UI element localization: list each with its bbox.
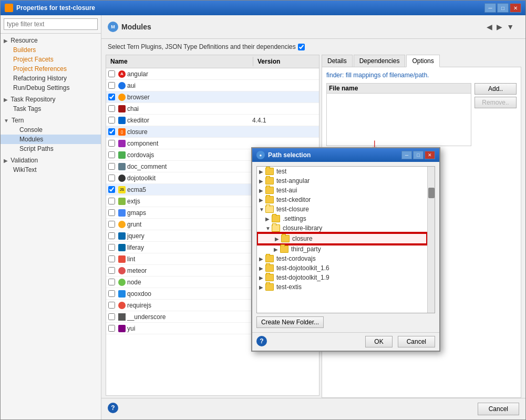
sidebar-item-resource[interactable]: ▶ Resource — [1, 36, 101, 45]
sidebar-item-modules[interactable]: Modules — [1, 135, 101, 144]
subtitle-checkbox[interactable] — [298, 44, 305, 50]
row-checkbox-gmaps[interactable] — [108, 209, 115, 216]
yui-icon — [118, 325, 126, 332]
row-name-component: component — [127, 140, 248, 147]
chai-icon — [118, 105, 126, 112]
add-button[interactable]: Add.. — [475, 83, 517, 95]
dialog-help-icon[interactable]: ? — [256, 336, 267, 346]
ckeditor-icon — [118, 117, 126, 124]
dialog-cancel-button[interactable]: Cancel — [398, 336, 435, 347]
dialog-maximize-btn[interactable]: □ — [413, 151, 424, 159]
sidebar-item-project-facets[interactable]: Project Facets — [1, 55, 101, 64]
tree-item-test-aui[interactable]: ▶ test-aui — [257, 186, 427, 195]
nav-forward-arrow[interactable]: ▶ — [496, 22, 503, 32]
tree-item-settings[interactable]: ▶ .settings — [257, 214, 427, 223]
dialog-scrollbar[interactable] — [427, 167, 435, 313]
row-name-browser: browser — [127, 94, 248, 101]
row-checkbox-grunt[interactable] — [108, 221, 115, 228]
sidebar-item-project-references[interactable]: Project References — [1, 64, 101, 74]
sidebar-tree: ▶ Resource Builders Project Facets Proje… — [1, 34, 101, 419]
filter-input[interactable] — [4, 18, 98, 30]
doc-icon — [118, 163, 126, 170]
path-dialog: ● Path selection ─ □ ✕ ▶ test ▶ tes — [251, 147, 440, 352]
row-checkbox-browser[interactable] — [108, 94, 115, 100]
browser-icon — [118, 94, 126, 101]
tree-item-closure-library[interactable]: ▼ closure-library — [257, 223, 427, 233]
sidebar-item-refactoring-history[interactable]: Refactoring History — [1, 74, 101, 83]
row-checkbox-cordova[interactable] — [108, 151, 115, 158]
tree-item-test-extis[interactable]: ▶ test-extis — [257, 282, 427, 292]
cancel-button[interactable]: Cancel — [478, 403, 519, 415]
component-icon — [118, 140, 126, 147]
row-checkbox-angular[interactable] — [108, 70, 115, 77]
tree-item-test[interactable]: ▶ test — [257, 167, 427, 176]
row-checkbox-require[interactable] — [108, 302, 115, 309]
tree-label-test-cordovajs: test-cordovajs — [276, 255, 316, 262]
gmaps-icon — [118, 209, 126, 217]
tree-item-test-ckeditor[interactable]: ▶ test-ckeditor — [257, 195, 427, 204]
sidebar-item-builders[interactable]: Builders — [1, 45, 101, 55]
row-checkbox-meteor[interactable] — [108, 267, 115, 274]
tab-dependencies[interactable]: Dependencies — [354, 55, 406, 67]
closure-icon: {} — [118, 128, 126, 136]
help-icon[interactable]: ? — [108, 403, 118, 413]
row-checkbox-ext[interactable] — [108, 198, 115, 204]
sidebar-item-run-debug[interactable]: Run/Debug Settings — [1, 83, 101, 93]
row-name-yui: yui — [127, 325, 248, 332]
tab-details[interactable]: Details — [322, 55, 353, 67]
maximize-button[interactable]: □ — [497, 3, 509, 13]
remove-button[interactable]: Remove.. — [475, 97, 517, 108]
tree-item-test-closure[interactable]: ▼ test-closure — [257, 204, 427, 214]
sidebar-item-tern[interactable]: ▼ Tern — [1, 116, 101, 125]
tree-item-third-party[interactable]: ▶ third_party — [257, 244, 427, 254]
sidebar-item-task-tags[interactable]: Task Tags — [1, 104, 101, 114]
row-checkbox-aui[interactable] — [108, 82, 115, 89]
tree-item-closure[interactable]: ▶ closure — [257, 233, 427, 244]
panel-subheader: Select Tern Plugins, JSON Type Definitio… — [101, 39, 525, 55]
dialog-close-btn[interactable]: ✕ — [425, 151, 435, 159]
underscore-icon — [118, 313, 126, 321]
grunt-icon — [118, 221, 126, 228]
row-checkbox-ckeditor[interactable] — [108, 117, 115, 124]
liferay-icon — [118, 244, 126, 251]
tree-label-test-closure: test-closure — [276, 206, 309, 213]
row-checkbox-ecma[interactable] — [108, 186, 115, 193]
tree-item-test-dojo19[interactable]: ▶ test-dojotoolkit_1.9 — [257, 273, 427, 282]
table-row: ckeditor 4.4.1 — [106, 115, 319, 126]
close-button[interactable]: ✕ — [510, 3, 521, 13]
tree-item-test-cordovajs[interactable]: ▶ test-cordovajs — [257, 254, 427, 263]
dialog-ok-button[interactable]: OK — [365, 336, 392, 347]
folder-icon-test-dojo19 — [265, 274, 274, 281]
row-checkbox-jquery[interactable] — [108, 232, 115, 239]
tree-item-test-dojo16[interactable]: ▶ test-dojotoolkit_1.6 — [257, 263, 427, 273]
nav-dropdown-arrow[interactable]: ▼ — [506, 22, 515, 32]
row-checkbox-dojo[interactable] — [108, 175, 115, 181]
window-title: Properties for test-closure — [16, 4, 95, 12]
tree-label-third-party: third_party — [291, 245, 321, 253]
row-checkbox-chai[interactable] — [108, 105, 115, 112]
tree-item-test-angular[interactable]: ▶ test-angular — [257, 176, 427, 186]
nav-back-arrow[interactable]: ◀ — [486, 22, 493, 32]
tree-label-test-aui: test-aui — [276, 187, 297, 194]
minimize-button[interactable]: ─ — [484, 3, 496, 13]
row-name-angular: angular — [127, 70, 248, 78]
sidebar-item-console[interactable]: Console — [1, 125, 101, 135]
row-checkbox-closure[interactable] — [108, 128, 115, 135]
row-checkbox-lint[interactable] — [108, 255, 115, 262]
sidebar-item-validation[interactable]: ▶ Validation — [1, 156, 101, 165]
row-checkbox-liferay[interactable] — [108, 244, 115, 251]
row-checkbox-yui[interactable] — [108, 325, 115, 332]
sidebar-item-wikitext[interactable]: WikiText — [1, 165, 101, 175]
dialog-minimize-btn[interactable]: ─ — [401, 151, 412, 159]
table-row: {} closure — [106, 126, 319, 138]
tab-options[interactable]: Options — [406, 55, 439, 67]
sidebar-item-script-paths[interactable]: Script Paths — [1, 144, 101, 153]
row-name-jquery: jquery — [127, 232, 248, 240]
sidebar-item-task-repository[interactable]: ▶ Task Repository — [1, 95, 101, 104]
row-checkbox-node[interactable] — [108, 279, 115, 285]
row-checkbox-underscore[interactable] — [108, 313, 115, 320]
row-checkbox-qooxdoo[interactable] — [108, 290, 115, 297]
row-checkbox-component[interactable] — [108, 140, 115, 147]
create-folder-button[interactable]: Create New Folder... — [256, 316, 324, 328]
row-checkbox-doc[interactable] — [108, 163, 115, 170]
